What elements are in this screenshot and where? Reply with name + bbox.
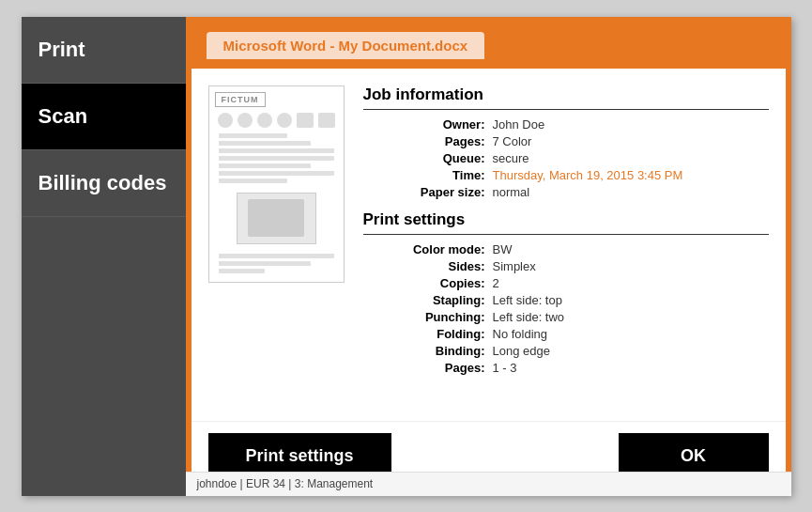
queue-value: secure [493,151,769,165]
doc-icon-5 [297,113,314,128]
time-value: Thursday, March 19, 2015 3:45 PM [493,168,769,182]
doc-icon-3 [257,113,272,128]
owner-value: John Doe [493,117,769,132]
doc-text-lines-2 [215,254,338,273]
document-tab[interactable]: Microsoft Word - My Document.docx [207,32,485,59]
doc-icons-row [218,113,335,128]
status-text: johndoe | EUR 34 | 3: Management [197,477,374,490]
doc-icon-2 [237,113,253,128]
job-info-table: Owner: John Doe Pages: 7 Color Queue: se… [363,117,769,199]
doc-icon-6 [318,113,335,128]
binding-label: Binding: [363,344,485,358]
sides-value: Simplex [493,259,769,273]
job-info-title: Job information [363,85,769,110]
copies-value: 2 [493,276,769,290]
queue-label: Queue: [363,151,485,165]
print-settings-table: Color mode: BW Sides: Simplex Copies: 2 … [363,242,769,375]
app-window: Print Scan Billing codes Microsoft Word … [22,17,791,496]
doc-line [219,178,288,183]
sidebar-item-scan[interactable]: Scan [22,84,186,150]
paper-size-value: normal [493,185,769,199]
punching-label: Punching: [363,310,485,324]
document-preview: FICTUM [208,85,345,283]
pages-label: Pages: [363,134,485,148]
doc-line [219,148,334,153]
stapling-value: Left side: top [493,293,769,307]
doc-icon-4 [277,113,292,128]
color-mode-value: BW [493,242,769,256]
folding-value: No folding [493,327,769,341]
job-info-panel: Job information Owner: John Doe Pages: 7… [363,85,769,404]
sidebar-item-print[interactable]: Print [22,17,186,84]
pages-print-label: Pages: [363,361,485,375]
doc-line [219,133,288,138]
color-mode-label: Color mode: [363,242,485,256]
doc-line [219,141,311,146]
punching-value: Left side: two [493,310,769,324]
status-bar: johndoe | EUR 34 | 3: Management [186,472,791,496]
sidebar-item-billing-codes[interactable]: Billing codes [22,150,186,217]
doc-line [219,156,334,161]
doc-icon-1 [218,113,233,128]
doc-line [219,254,334,258]
tab-header: Microsoft Word - My Document.docx [192,23,786,69]
content-area: FICTUM [192,69,786,421]
stapling-label: Stapling: [363,293,485,307]
doc-line [219,163,311,168]
folding-label: Folding: [363,327,485,341]
main-area: Microsoft Word - My Document.docx FICTUM [186,17,791,496]
pages-print-value: 1 - 3 [493,361,769,375]
sides-label: Sides: [363,259,485,273]
binding-value: Long edge [493,344,769,358]
doc-line [219,261,311,266]
doc-line [219,171,334,176]
pages-value: 7 Color [493,134,769,148]
doc-image-inner [248,199,304,237]
doc-logo: FICTUM [215,92,266,107]
doc-line [219,269,265,273]
print-settings-title: Print settings [363,210,769,235]
doc-image-placeholder [237,193,316,244]
owner-label: Owner: [363,117,485,132]
sidebar: Print Scan Billing codes [22,17,186,496]
time-label: Time: [363,168,485,182]
paper-size-label: Paper size: [363,185,485,199]
copies-label: Copies: [363,276,485,290]
doc-text-lines [215,133,338,183]
